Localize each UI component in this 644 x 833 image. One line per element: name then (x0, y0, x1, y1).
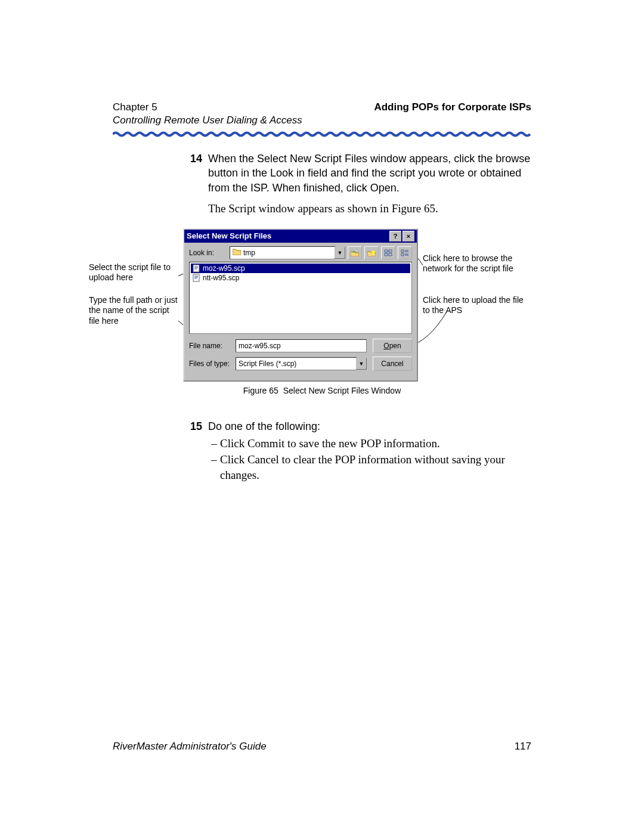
callout-browse-network: Click here to browse the network for the… (423, 253, 524, 274)
figure-label: Figure 65 (243, 386, 278, 395)
callout-select-file: Select the script file to upload here (89, 262, 181, 283)
figure-caption: Figure 65 Select New Script Files Window (113, 386, 531, 395)
step-number: 14 (113, 151, 208, 216)
cancel-button[interactable]: Cancel (373, 357, 412, 371)
step-14-sentence2: The Script window appears as shown in Fi… (208, 201, 531, 216)
step-body: When the Select New Script Files window … (208, 151, 531, 216)
dash-icon: – (208, 452, 220, 482)
bullet-item: –Click Commit to save the new POP inform… (208, 436, 531, 451)
list-icon (384, 249, 392, 256)
figure-caption-text: Select New Script Files Window (283, 386, 401, 395)
dialog-body: Look in: tmp ▼ (184, 243, 417, 380)
file-name-1: ntt-w95.scp (203, 274, 239, 282)
step-body: Do one of the following: –Click Commit t… (208, 419, 531, 484)
step-number: 15 (113, 419, 208, 484)
lookin-value: tmp (243, 249, 255, 257)
chapter-subtitle: Controlling Remote User Dialing & Access (113, 114, 531, 126)
page-footer: RiverMaster Administrator's Guide 117 (113, 741, 531, 753)
select-script-dialog: Select New Script Files ? × Look in: tmp… (183, 228, 418, 382)
footer-doc-title: RiverMaster Administrator's Guide (113, 741, 267, 753)
page-number: 117 (515, 741, 531, 753)
step-15-bullets: –Click Commit to save the new POP inform… (208, 436, 531, 483)
details-view-button[interactable] (398, 246, 412, 259)
lookin-label: Look in: (189, 249, 230, 257)
close-button[interactable]: × (402, 231, 414, 241)
wavy-divider (113, 131, 531, 137)
dialog-title: Select New Script Files (187, 231, 271, 240)
step-14: 14 When the Select New Script Files wind… (113, 151, 531, 216)
new-folder-button[interactable] (364, 246, 379, 259)
folder-icon (233, 248, 241, 257)
file-item[interactable]: ntt-w95.scp (191, 273, 410, 283)
svg-rect-0 (193, 265, 199, 272)
dash-icon: – (208, 436, 220, 451)
section-title: Adding POPs for Corporate ISPs (374, 101, 531, 113)
file-item-selected[interactable]: moz-w95.scp (191, 264, 410, 273)
lookin-combo[interactable]: tmp (230, 246, 335, 259)
step-15: 15 Do one of the following: –Click Commi… (113, 419, 531, 484)
callout-upload-aps: Click here to upload the file to the APS (423, 295, 524, 316)
bullet-item: –Click Cancel to clear the POP informati… (208, 452, 531, 482)
new-folder-icon (367, 249, 376, 256)
filetype-value: Script Files (*.scp) (239, 360, 296, 368)
filename-row: File name: moz-w95.scp Open (189, 339, 412, 353)
document-page: Chapter 5 Adding POPs for Corporate ISPs… (0, 0, 644, 833)
lookin-row: Look in: tmp ▼ (189, 246, 412, 259)
filetype-combo[interactable]: Script Files (*.scp) (236, 357, 357, 370)
filename-value: moz-w95.scp (239, 342, 281, 350)
help-button[interactable]: ? (389, 231, 401, 241)
step-14-sentence1: When the Select New Script Files window … (208, 151, 531, 195)
page-header: Chapter 5 Adding POPs for Corporate ISPs (113, 101, 531, 113)
callout-filename: Type the full path or just the name of t… (89, 295, 181, 327)
chapter-label: Chapter 5 (113, 101, 157, 113)
bullet-text: Click Commit to save the new POP informa… (220, 436, 531, 451)
filetype-row: Files of type: Script Files (*.scp) ▼ Ca… (189, 357, 412, 371)
file-list[interactable]: moz-w95.scp ntt-w95.scp (189, 262, 412, 334)
file-name-0: moz-w95.scp (203, 264, 245, 272)
open-button[interactable]: Open (373, 339, 412, 353)
figure-65: Select the script file to upload here Ty… (113, 228, 531, 413)
up-one-level-button[interactable] (348, 246, 362, 259)
lookin-dropdown-arrow[interactable]: ▼ (335, 247, 345, 259)
filename-input[interactable]: moz-w95.scp (236, 339, 367, 352)
dialog-titlebar: Select New Script Files ? × (184, 230, 417, 243)
bullet-text: Click Cancel to clear the POP informatio… (220, 452, 531, 482)
filetype-dropdown-arrow[interactable]: ▼ (356, 358, 367, 370)
up-folder-icon (351, 249, 359, 256)
svg-rect-1 (193, 274, 199, 281)
list-view-button[interactable] (381, 246, 395, 259)
script-file-icon (192, 274, 200, 282)
script-file-icon (192, 264, 200, 272)
step-15-intro: Do one of the following: (208, 419, 531, 433)
filetype-label: Files of type: (189, 360, 236, 368)
filename-label: File name: (189, 342, 236, 350)
details-icon (401, 249, 409, 256)
